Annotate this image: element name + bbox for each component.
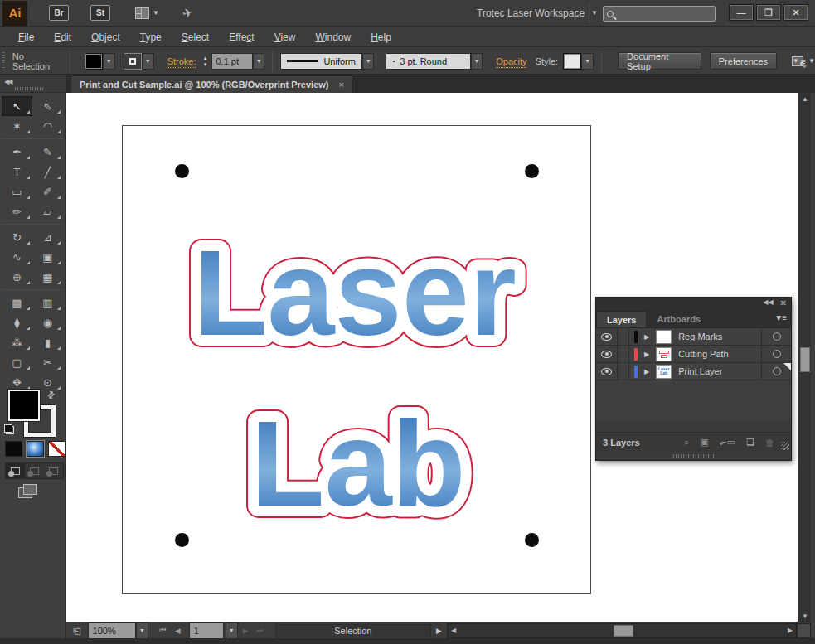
- fill-color-dropdown[interactable]: ▼: [103, 53, 115, 70]
- color-button[interactable]: [5, 441, 22, 457]
- search-input[interactable]: [603, 6, 716, 22]
- width-tool[interactable]: ∿: [2, 247, 32, 267]
- lock-cell[interactable]: [618, 346, 629, 362]
- clipping-mask-icon[interactable]: ▣: [700, 437, 708, 448]
- lock-cell[interactable]: [618, 328, 629, 345]
- visibility-toggle[interactable]: [596, 346, 618, 362]
- eraser-tool[interactable]: ▱: [32, 201, 63, 221]
- slice-tool[interactable]: ✂: [32, 352, 63, 372]
- fill-color-swatch[interactable]: [85, 53, 103, 70]
- step-down-icon[interactable]: ▼: [201, 61, 210, 68]
- arrange-documents-button[interactable]: ▼: [135, 7, 159, 19]
- artboard-number-field[interactable]: 1: [189, 622, 224, 639]
- maximize-button[interactable]: ❐: [756, 4, 781, 21]
- menu-effect[interactable]: Effect: [219, 29, 264, 46]
- stroke-weight-stepper[interactable]: ▲▼: [201, 55, 210, 68]
- direct-selection-tool[interactable]: ⇖: [32, 96, 63, 116]
- default-fill-stroke-icon[interactable]: [4, 424, 14, 434]
- scroll-left-icon[interactable]: ◀: [448, 627, 459, 634]
- brush-dropdown[interactable]: ▼: [471, 53, 483, 70]
- target-circle-icon[interactable]: [773, 367, 781, 375]
- next-artboard-icon[interactable]: ▶: [240, 627, 252, 635]
- scroll-down-icon[interactable]: ▼: [798, 610, 812, 622]
- expand-layer-icon[interactable]: ▶: [644, 368, 649, 375]
- selection-tool[interactable]: ↖: [2, 96, 32, 116]
- layer-name[interactable]: Reg Marks: [678, 332, 722, 341]
- target-cell[interactable]: [761, 346, 791, 362]
- zoom-level-dropdown[interactable]: ▼: [136, 622, 148, 639]
- expand-layer-icon[interactable]: ▶: [644, 333, 649, 341]
- rectangle-tool[interactable]: ▭: [2, 182, 32, 201]
- document-setup-button[interactable]: Document Setup: [618, 52, 701, 70]
- draw-normal-button[interactable]: [6, 463, 25, 478]
- width-profile-dropdown[interactable]: ▼: [362, 53, 374, 70]
- close-tab-icon[interactable]: ×: [338, 80, 343, 90]
- close-panel-icon[interactable]: ✕: [780, 298, 787, 307]
- magic-wand-tool[interactable]: ✶: [2, 116, 32, 136]
- shape-builder-tool[interactable]: ⊕: [2, 267, 32, 287]
- last-artboard-icon[interactable]: ⏭: [254, 626, 267, 635]
- status-expand-icon[interactable]: ▶: [431, 627, 447, 635]
- locate-object-icon[interactable]: ⌕: [684, 437, 689, 448]
- opacity-panel-link[interactable]: Opacity: [496, 56, 526, 66]
- new-layer-icon[interactable]: ❏: [746, 437, 754, 448]
- vertical-scrollbar[interactable]: ▲ ▼: [798, 93, 811, 622]
- style-dropdown[interactable]: ▼: [581, 53, 594, 70]
- panel-grip[interactable]: [2, 52, 6, 70]
- artboard-tool[interactable]: ▢: [2, 352, 32, 372]
- pencil-tool[interactable]: ✏: [2, 201, 32, 221]
- column-graph-tool[interactable]: ▮: [32, 332, 63, 352]
- brush-select[interactable]: • 3 pt. Round: [386, 53, 470, 70]
- gradient-tool[interactable]: ▥: [32, 293, 63, 312]
- horizontal-scrollbar[interactable]: ◀ ▶: [447, 623, 797, 638]
- panel-resize-grip[interactable]: [781, 442, 789, 450]
- control-panel-menu-button[interactable]: ▼ ≡: [793, 56, 805, 66]
- target-circle-icon[interactable]: [773, 332, 781, 341]
- cs-live-icon[interactable]: ✈: [181, 4, 194, 21]
- blend-tool[interactable]: ◉: [32, 312, 63, 332]
- menu-edit[interactable]: Edit: [44, 29, 81, 46]
- lock-cell[interactable]: [618, 363, 629, 380]
- close-button[interactable]: ✕: [783, 4, 808, 21]
- gradient-button[interactable]: [27, 441, 44, 457]
- stroke-weight-dropdown[interactable]: ▼: [253, 53, 264, 70]
- panel-drag-grip[interactable]: [596, 452, 791, 460]
- free-transform-tool[interactable]: ▣: [32, 247, 63, 267]
- new-sublayer-icon[interactable]: ⬐▭: [720, 437, 736, 448]
- preferences-button[interactable]: Preferences: [710, 52, 777, 70]
- menu-help[interactable]: Help: [361, 29, 401, 46]
- draw-behind-button[interactable]: [25, 463, 44, 478]
- none-button[interactable]: [48, 441, 65, 457]
- document-tab[interactable]: Print and Cut Sample.ai @ 100% (RGB/Over…: [70, 75, 353, 93]
- layer-thumbnail[interactable]: LaserLab: [656, 365, 672, 379]
- visibility-toggle[interactable]: [596, 328, 618, 345]
- layer-row-reg-marks[interactable]: ▶ Reg Marks: [596, 328, 791, 346]
- swap-fill-stroke-icon[interactable]: ⇄: [45, 389, 58, 402]
- target-circle-icon[interactable]: [773, 350, 781, 358]
- expand-layer-icon[interactable]: ▶: [644, 351, 649, 358]
- lasso-tool[interactable]: ◠: [32, 116, 63, 136]
- visibility-toggle[interactable]: [596, 363, 618, 380]
- pen-tool[interactable]: ✒: [2, 142, 32, 162]
- artboard-number-dropdown[interactable]: ▼: [226, 622, 238, 639]
- collapse-panel-icon[interactable]: ◀◀: [763, 298, 773, 307]
- layer-name[interactable]: Cutting Path: [678, 349, 729, 359]
- bridge-button[interactable]: Br: [49, 5, 69, 21]
- perspective-grid-tool[interactable]: ▦: [32, 267, 63, 287]
- zoom-level-field[interactable]: 100%: [88, 622, 136, 639]
- horizontal-scroll-thumb[interactable]: [614, 625, 633, 637]
- workspace-switcher[interactable]: Trotec Laser Workspace ▼: [477, 7, 598, 19]
- scale-tool[interactable]: ⊿: [32, 227, 63, 247]
- menu-select[interactable]: Select: [172, 29, 219, 46]
- menu-view[interactable]: View: [264, 29, 306, 46]
- vertical-scroll-thumb[interactable]: [800, 347, 810, 372]
- screen-mode-button[interactable]: [18, 484, 36, 497]
- line-segment-tool[interactable]: ╱: [32, 162, 63, 182]
- curvature-pen-tool[interactable]: ✎: [32, 142, 63, 162]
- delete-layer-icon[interactable]: 🗑: [765, 438, 774, 448]
- stroke-weight-field[interactable]: 0.1 pt: [211, 53, 253, 70]
- tab-artboards[interactable]: Artboards: [647, 311, 711, 327]
- type-tool[interactable]: T: [2, 162, 32, 182]
- width-profile-select[interactable]: Uniform: [280, 53, 362, 70]
- eyedropper-tool[interactable]: ⧫: [2, 312, 32, 332]
